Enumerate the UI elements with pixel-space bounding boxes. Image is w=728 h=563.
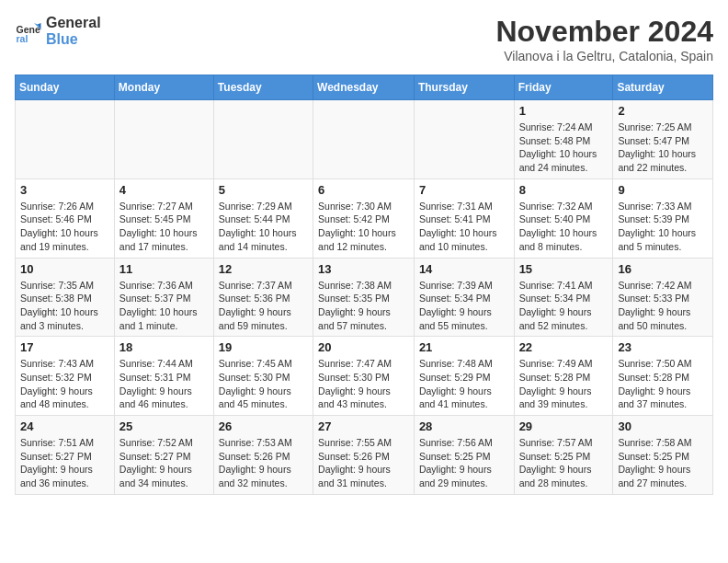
day-number: 12 bbox=[219, 262, 308, 276]
day-number: 18 bbox=[119, 340, 209, 354]
calendar-cell: 27Sunrise: 7:55 AM Sunset: 5:26 PM Dayli… bbox=[313, 416, 415, 495]
logo: Gene ral General Blue bbox=[15, 15, 101, 47]
day-number: 29 bbox=[519, 419, 609, 433]
calendar-cell: 15Sunrise: 7:41 AM Sunset: 5:34 PM Dayli… bbox=[514, 258, 613, 337]
day-info: Sunrise: 7:58 AM Sunset: 5:25 PM Dayligh… bbox=[618, 436, 708, 490]
col-wednesday: Wednesday bbox=[313, 75, 415, 100]
calendar-cell: 16Sunrise: 7:42 AM Sunset: 5:33 PM Dayli… bbox=[613, 258, 713, 337]
header-row: Sunday Monday Tuesday Wednesday Thursday… bbox=[16, 75, 713, 100]
day-number: 5 bbox=[219, 183, 308, 197]
calendar-cell bbox=[114, 100, 213, 179]
calendar-cell: 26Sunrise: 7:53 AM Sunset: 5:26 PM Dayli… bbox=[213, 416, 313, 495]
calendar-cell: 9Sunrise: 7:33 AM Sunset: 5:39 PM Daylig… bbox=[613, 178, 713, 258]
day-info: Sunrise: 7:33 AM Sunset: 5:39 PM Dayligh… bbox=[618, 200, 708, 254]
calendar-cell: 24Sunrise: 7:51 AM Sunset: 5:27 PM Dayli… bbox=[16, 416, 115, 495]
calendar-cell: 30Sunrise: 7:58 AM Sunset: 5:25 PM Dayli… bbox=[613, 416, 713, 495]
day-info: Sunrise: 7:49 AM Sunset: 5:28 PM Dayligh… bbox=[519, 357, 609, 411]
col-thursday: Thursday bbox=[414, 75, 514, 100]
calendar-table: Sunday Monday Tuesday Wednesday Thursday… bbox=[15, 75, 713, 495]
day-info: Sunrise: 7:38 AM Sunset: 5:35 PM Dayligh… bbox=[318, 279, 409, 333]
day-info: Sunrise: 7:48 AM Sunset: 5:29 PM Dayligh… bbox=[419, 357, 509, 411]
location-subtitle: Vilanova i la Geltru, Catalonia, Spain bbox=[495, 49, 713, 63]
logo-line1: General bbox=[46, 15, 101, 31]
calendar-cell: 25Sunrise: 7:52 AM Sunset: 5:27 PM Dayli… bbox=[114, 416, 213, 495]
day-number: 16 bbox=[618, 262, 708, 276]
calendar-cell: 23Sunrise: 7:50 AM Sunset: 5:28 PM Dayli… bbox=[613, 337, 713, 416]
col-saturday: Saturday bbox=[613, 75, 713, 100]
calendar-cell: 19Sunrise: 7:45 AM Sunset: 5:30 PM Dayli… bbox=[213, 337, 313, 416]
day-info: Sunrise: 7:31 AM Sunset: 5:41 PM Dayligh… bbox=[419, 200, 509, 254]
col-tuesday: Tuesday bbox=[213, 75, 313, 100]
day-number: 14 bbox=[419, 262, 509, 276]
calendar-week-3: 10Sunrise: 7:35 AM Sunset: 5:38 PM Dayli… bbox=[16, 258, 713, 337]
calendar-cell: 1Sunrise: 7:24 AM Sunset: 5:48 PM Daylig… bbox=[514, 100, 613, 179]
day-info: Sunrise: 7:35 AM Sunset: 5:38 PM Dayligh… bbox=[20, 279, 109, 333]
day-number: 23 bbox=[618, 340, 708, 354]
day-number: 3 bbox=[20, 183, 109, 197]
day-info: Sunrise: 7:45 AM Sunset: 5:30 PM Dayligh… bbox=[219, 357, 308, 411]
day-info: Sunrise: 7:29 AM Sunset: 5:44 PM Dayligh… bbox=[219, 200, 308, 254]
calendar-cell: 12Sunrise: 7:37 AM Sunset: 5:36 PM Dayli… bbox=[213, 258, 313, 337]
calendar-cell: 7Sunrise: 7:31 AM Sunset: 5:41 PM Daylig… bbox=[414, 178, 514, 258]
day-info: Sunrise: 7:43 AM Sunset: 5:32 PM Dayligh… bbox=[20, 357, 109, 411]
calendar-cell bbox=[16, 100, 115, 179]
svg-text:ral: ral bbox=[17, 33, 28, 44]
day-number: 24 bbox=[20, 419, 109, 433]
day-number: 4 bbox=[119, 183, 209, 197]
day-number: 20 bbox=[318, 340, 409, 354]
calendar-body: 1Sunrise: 7:24 AM Sunset: 5:48 PM Daylig… bbox=[16, 100, 713, 495]
day-info: Sunrise: 7:44 AM Sunset: 5:31 PM Dayligh… bbox=[119, 357, 209, 411]
day-info: Sunrise: 7:53 AM Sunset: 5:26 PM Dayligh… bbox=[219, 436, 308, 490]
day-info: Sunrise: 7:57 AM Sunset: 5:25 PM Dayligh… bbox=[519, 436, 609, 490]
calendar-cell bbox=[414, 100, 514, 179]
day-number: 15 bbox=[519, 262, 609, 276]
day-info: Sunrise: 7:25 AM Sunset: 5:47 PM Dayligh… bbox=[618, 121, 708, 175]
day-number: 17 bbox=[20, 340, 109, 354]
day-number: 27 bbox=[318, 419, 409, 433]
day-info: Sunrise: 7:36 AM Sunset: 5:37 PM Dayligh… bbox=[119, 279, 209, 333]
logo-line2: Blue bbox=[46, 31, 101, 48]
page-header: Gene ral General Blue November 2024 Vila… bbox=[15, 15, 713, 63]
calendar-header: Sunday Monday Tuesday Wednesday Thursday… bbox=[16, 75, 713, 100]
title-section: November 2024 Vilanova i la Geltru, Cata… bbox=[495, 15, 713, 63]
calendar-cell bbox=[213, 100, 313, 179]
day-number: 22 bbox=[519, 340, 609, 354]
day-info: Sunrise: 7:24 AM Sunset: 5:48 PM Dayligh… bbox=[519, 121, 609, 175]
col-monday: Monday bbox=[114, 75, 213, 100]
day-number: 19 bbox=[219, 340, 308, 354]
day-info: Sunrise: 7:37 AM Sunset: 5:36 PM Dayligh… bbox=[219, 279, 308, 333]
day-number: 10 bbox=[20, 262, 109, 276]
day-info: Sunrise: 7:51 AM Sunset: 5:27 PM Dayligh… bbox=[20, 436, 109, 490]
day-number: 2 bbox=[618, 104, 708, 118]
day-number: 30 bbox=[618, 419, 708, 433]
calendar-cell: 13Sunrise: 7:38 AM Sunset: 5:35 PM Dayli… bbox=[313, 258, 415, 337]
day-number: 9 bbox=[618, 183, 708, 197]
calendar-cell: 20Sunrise: 7:47 AM Sunset: 5:30 PM Dayli… bbox=[313, 337, 415, 416]
logo-icon: Gene ral bbox=[15, 17, 42, 45]
calendar-week-5: 24Sunrise: 7:51 AM Sunset: 5:27 PM Dayli… bbox=[16, 416, 713, 495]
calendar-cell: 29Sunrise: 7:57 AM Sunset: 5:25 PM Dayli… bbox=[514, 416, 613, 495]
calendar-cell: 11Sunrise: 7:36 AM Sunset: 5:37 PM Dayli… bbox=[114, 258, 213, 337]
calendar-cell: 28Sunrise: 7:56 AM Sunset: 5:25 PM Dayli… bbox=[414, 416, 514, 495]
col-friday: Friday bbox=[514, 75, 613, 100]
calendar-cell: 2Sunrise: 7:25 AM Sunset: 5:47 PM Daylig… bbox=[613, 100, 713, 179]
day-info: Sunrise: 7:50 AM Sunset: 5:28 PM Dayligh… bbox=[618, 357, 708, 411]
day-number: 6 bbox=[318, 183, 409, 197]
calendar-cell bbox=[313, 100, 415, 179]
calendar-week-2: 3Sunrise: 7:26 AM Sunset: 5:46 PM Daylig… bbox=[16, 178, 713, 258]
day-number: 11 bbox=[119, 262, 209, 276]
col-sunday: Sunday bbox=[16, 75, 115, 100]
day-info: Sunrise: 7:55 AM Sunset: 5:26 PM Dayligh… bbox=[318, 436, 409, 490]
calendar-cell: 21Sunrise: 7:48 AM Sunset: 5:29 PM Dayli… bbox=[414, 337, 514, 416]
day-info: Sunrise: 7:52 AM Sunset: 5:27 PM Dayligh… bbox=[119, 436, 209, 490]
day-info: Sunrise: 7:47 AM Sunset: 5:30 PM Dayligh… bbox=[318, 357, 409, 411]
day-number: 21 bbox=[419, 340, 509, 354]
calendar-cell: 14Sunrise: 7:39 AM Sunset: 5:34 PM Dayli… bbox=[414, 258, 514, 337]
day-number: 7 bbox=[419, 183, 509, 197]
calendar-week-4: 17Sunrise: 7:43 AM Sunset: 5:32 PM Dayli… bbox=[16, 337, 713, 416]
day-number: 13 bbox=[318, 262, 409, 276]
day-info: Sunrise: 7:30 AM Sunset: 5:42 PM Dayligh… bbox=[318, 200, 409, 254]
day-info: Sunrise: 7:39 AM Sunset: 5:34 PM Dayligh… bbox=[419, 279, 509, 333]
day-number: 25 bbox=[119, 419, 209, 433]
calendar-week-1: 1Sunrise: 7:24 AM Sunset: 5:48 PM Daylig… bbox=[16, 100, 713, 179]
